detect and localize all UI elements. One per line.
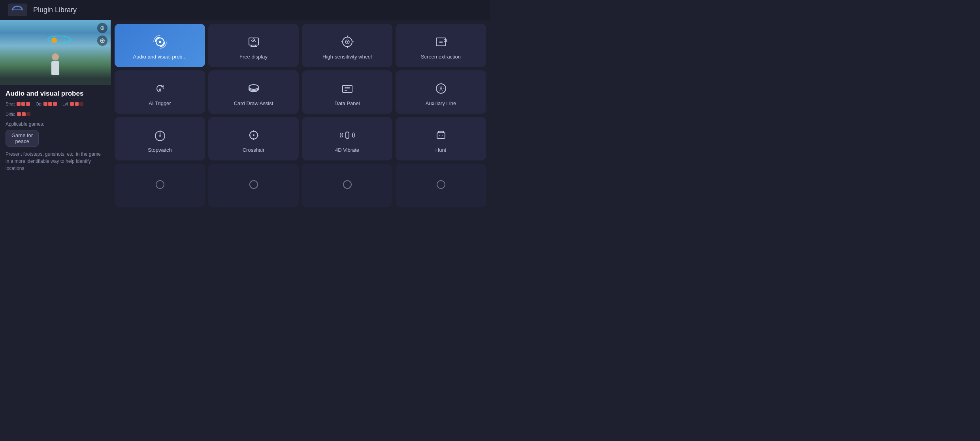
auxiliary-line-icon bbox=[432, 80, 450, 97]
card-draw-icon bbox=[245, 80, 262, 97]
plugin-card-high-sensitivity[interactable]: High-sensitivity wheel bbox=[302, 24, 392, 67]
plugin-title: Audio and visual probes bbox=[6, 90, 105, 98]
plugin-name-stopwatch: Stopwatch bbox=[148, 147, 172, 153]
rating-op-dots bbox=[43, 102, 57, 106]
rating-diffic: Diffic bbox=[6, 112, 30, 117]
figure-body bbox=[51, 61, 59, 75]
plugin-card-auxiliary-line[interactable]: Auxiliary Line bbox=[396, 70, 486, 114]
scene-dot bbox=[51, 38, 57, 43]
rating-strat-label: Strat bbox=[6, 102, 15, 106]
plugin-card-ai-trigger[interactable]: AI AI Trigger bbox=[115, 70, 205, 114]
svg-point-16 bbox=[440, 88, 442, 89]
page-title: Plugin Library bbox=[33, 6, 77, 14]
stopwatch-icon bbox=[151, 126, 169, 144]
svg-point-6 bbox=[253, 39, 254, 40]
more1-icon bbox=[151, 176, 169, 193]
dot-dim bbox=[79, 102, 83, 106]
dot bbox=[17, 112, 21, 116]
plugin-card-stopwatch[interactable]: Stopwatch bbox=[115, 117, 205, 160]
main-layout: Audio and visual probes Strat Op bbox=[0, 20, 490, 220]
svg-text:AI: AI bbox=[161, 85, 164, 88]
svg-point-19 bbox=[159, 135, 161, 137]
dot bbox=[26, 102, 30, 106]
svg-point-26 bbox=[343, 181, 351, 188]
plugin-card-crosshair[interactable]: Crosshair bbox=[208, 117, 299, 160]
plugin-card-audio-visual[interactable]: Audio and visual prob... bbox=[115, 24, 205, 67]
rating-lvl-dots bbox=[70, 102, 83, 106]
svg-point-15 bbox=[436, 84, 446, 93]
game-tag[interactable]: Game forpeace bbox=[6, 130, 39, 147]
preview-image bbox=[0, 20, 111, 85]
plugin-info: Audio and visual probes Strat Op bbox=[0, 85, 111, 220]
plugin-card-more2[interactable] bbox=[208, 164, 299, 207]
dot bbox=[22, 112, 26, 116]
dot bbox=[21, 102, 25, 106]
plugin-card-more3[interactable] bbox=[302, 164, 392, 207]
figure-head bbox=[52, 53, 59, 60]
plugin-name-card-draw: Card Draw Assist bbox=[234, 100, 273, 106]
rating-op: Op bbox=[36, 102, 57, 106]
svg-point-1 bbox=[102, 28, 103, 29]
audio-visual-icon bbox=[151, 33, 169, 51]
plugin-name-hunt: Hunt bbox=[435, 147, 446, 153]
plugin-name-data-panel: Data Panel bbox=[334, 100, 360, 106]
hunt-icon bbox=[432, 126, 450, 144]
plugin-name-4d-vibrate: 4D Vibrate bbox=[335, 147, 359, 153]
plugin-card-hunt[interactable]: Hunt bbox=[396, 117, 486, 160]
plugin-card-card-draw[interactable]: Card Draw Assist bbox=[208, 70, 299, 114]
more4-icon bbox=[432, 176, 450, 193]
rating-lvl: Lvl bbox=[62, 102, 83, 106]
plugin-card-more1[interactable] bbox=[115, 164, 205, 207]
scene-figure bbox=[49, 53, 61, 77]
svg-point-24 bbox=[156, 181, 164, 188]
rating-lvl-label: Lvl bbox=[62, 102, 68, 106]
plugin-card-screen-extraction[interactable]: Screen extraction bbox=[396, 24, 486, 67]
dot bbox=[17, 102, 21, 106]
rating-diffic-label: Diffic bbox=[6, 112, 15, 117]
dot bbox=[53, 102, 57, 106]
more2-icon bbox=[245, 176, 262, 193]
plugin-grid: Audio and visual prob... Free display bbox=[115, 24, 486, 207]
high-sensitivity-icon bbox=[339, 33, 356, 51]
logo[interactable] bbox=[8, 4, 27, 16]
rating-strat: Strat bbox=[6, 102, 30, 106]
plugin-grid-container: Audio and visual prob... Free display bbox=[111, 20, 490, 220]
dot-dim bbox=[26, 112, 30, 116]
rating-op-label: Op bbox=[36, 102, 41, 106]
dot bbox=[70, 102, 74, 106]
dot bbox=[43, 102, 47, 106]
header: Plugin Library bbox=[0, 0, 490, 20]
ai-trigger-icon: AI bbox=[151, 80, 169, 97]
svg-point-13 bbox=[249, 85, 258, 89]
applicable-label: Applicable games: bbox=[6, 121, 105, 127]
dot bbox=[75, 102, 79, 106]
scene-circle bbox=[47, 36, 71, 43]
svg-point-21 bbox=[253, 134, 254, 136]
left-panel: Audio and visual probes Strat Op bbox=[0, 20, 111, 220]
preview-icon-2[interactable] bbox=[97, 36, 107, 46]
plugin-name-ai-trigger: AI Trigger bbox=[149, 100, 171, 106]
plugin-description: Present footsteps, gunshots, etc. in the… bbox=[6, 151, 105, 172]
plugin-name-crosshair: Crosshair bbox=[243, 147, 265, 153]
svg-point-4 bbox=[159, 41, 161, 43]
svg-point-27 bbox=[437, 181, 445, 188]
plugin-card-4d-vibrate[interactable]: 4D Vibrate bbox=[302, 117, 392, 160]
svg-rect-22 bbox=[346, 132, 349, 138]
plugin-card-more4[interactable] bbox=[396, 164, 486, 207]
rating-diffic-dots bbox=[17, 112, 30, 116]
svg-rect-23 bbox=[437, 133, 445, 138]
plugin-name-free-display: Free display bbox=[239, 54, 268, 60]
preview-icon-1[interactable] bbox=[97, 23, 107, 33]
plugin-name-auxiliary-line: Auxiliary Line bbox=[426, 100, 456, 106]
vibrate-icon bbox=[339, 126, 356, 144]
ratings-row: Strat Op Lvl bbox=[6, 102, 105, 117]
screen-extraction-icon bbox=[432, 33, 450, 51]
plugin-name-high-sensitivity: High-sensitivity wheel bbox=[322, 54, 372, 60]
svg-point-17 bbox=[439, 86, 443, 91]
plugin-name-audio-visual: Audio and visual prob... bbox=[133, 54, 187, 60]
plugin-card-data-panel[interactable]: Data Panel bbox=[302, 70, 392, 114]
free-display-icon bbox=[245, 33, 262, 51]
more3-icon bbox=[339, 176, 356, 193]
rating-strat-dots bbox=[17, 102, 30, 106]
plugin-card-free-display[interactable]: Free display bbox=[208, 24, 299, 67]
